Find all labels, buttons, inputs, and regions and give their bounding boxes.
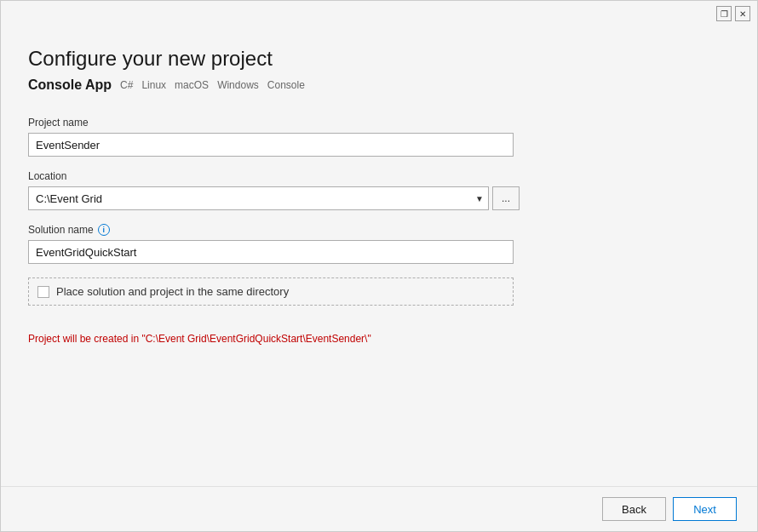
project-name-input[interactable] bbox=[28, 133, 514, 157]
tag-macos: macOS bbox=[175, 79, 209, 91]
close-button[interactable]: ✕ bbox=[735, 6, 750, 21]
content-area: Configure your new project Console App C… bbox=[1, 26, 757, 486]
solution-name-group: Solution name i bbox=[28, 224, 730, 264]
location-label: Location bbox=[28, 170, 730, 182]
project-name-group: Project name bbox=[28, 117, 730, 157]
page-title: Configure your new project bbox=[28, 47, 730, 71]
tag-windows: Windows bbox=[217, 79, 259, 91]
location-select-wrapper: C:\Event Grid ▼ bbox=[28, 186, 489, 210]
location-group: Location C:\Event Grid ▼ ... bbox=[28, 170, 730, 210]
main-window: ❐ ✕ Configure your new project Console A… bbox=[0, 0, 758, 532]
solution-name-input[interactable] bbox=[28, 240, 514, 264]
tag-console: Console bbox=[267, 79, 305, 91]
path-info: Project will be created in "C:\Event Gri… bbox=[28, 333, 730, 345]
same-directory-label[interactable]: Place solution and project in the same d… bbox=[56, 285, 289, 298]
app-type-label: Console App bbox=[28, 77, 112, 93]
subtitle-row: Console App C# Linux macOS Windows Conso… bbox=[28, 77, 730, 93]
tag-csharp: C# bbox=[120, 79, 133, 91]
info-icon[interactable]: i bbox=[98, 224, 110, 236]
browse-button[interactable]: ... bbox=[492, 186, 520, 210]
solution-name-label: Solution name i bbox=[28, 224, 730, 236]
location-row: C:\Event Grid ▼ ... bbox=[28, 186, 730, 210]
project-name-label: Project name bbox=[28, 117, 730, 129]
footer: Back Next bbox=[1, 486, 757, 531]
checkbox-group: Place solution and project in the same d… bbox=[28, 277, 730, 306]
title-bar: ❐ ✕ bbox=[1, 1, 757, 26]
location-select[interactable]: C:\Event Grid bbox=[28, 186, 489, 210]
next-button[interactable]: Next bbox=[673, 497, 737, 521]
tag-linux: Linux bbox=[141, 79, 166, 91]
checkbox-row: Place solution and project in the same d… bbox=[28, 277, 514, 306]
back-button[interactable]: Back bbox=[602, 497, 666, 521]
restore-button[interactable]: ❐ bbox=[716, 6, 732, 21]
same-directory-checkbox[interactable] bbox=[37, 286, 49, 298]
